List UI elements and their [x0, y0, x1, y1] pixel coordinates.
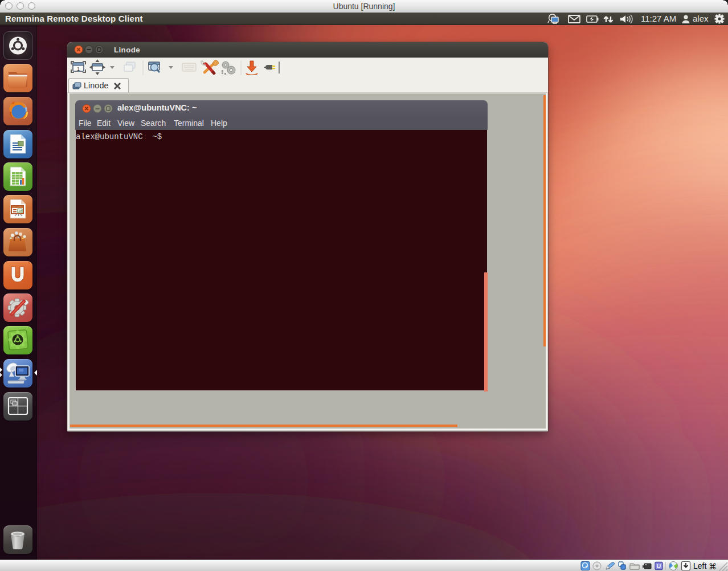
- svg-text:Left: Left: [693, 561, 706, 570]
- svg-text:⌘: ⌘: [709, 562, 717, 571]
- svg-text:1: 1: [77, 66, 80, 72]
